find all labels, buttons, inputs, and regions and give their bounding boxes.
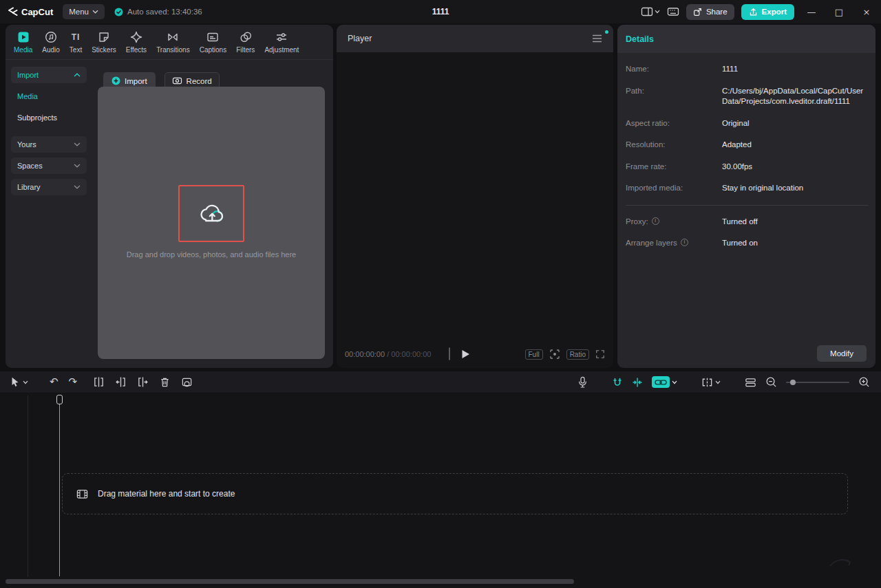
tab-text[interactable]: TI Text [65,30,87,54]
timeline[interactable]: Drag material here and start to create [0,393,881,588]
player-controls: 00:00:00:00 / 00:00:00:00 Full Ratio [337,340,613,368]
capcut-logo-icon [7,6,18,17]
chevron-down-icon [672,380,677,384]
captions-tab-icon [206,30,220,44]
mask-button[interactable] [181,376,193,388]
microphone-icon [577,376,588,388]
sidebar-item-subprojects[interactable]: Subprojects [11,109,87,126]
share-button[interactable]: Share [686,4,734,20]
zoom-in-button[interactable] [858,376,870,388]
detail-row-resolution: Resolution: Adapted [626,140,869,151]
minimize-button[interactable]: — [801,0,822,23]
trim-right-button[interactable] [137,376,149,388]
full-button[interactable]: Full [525,349,543,360]
preview-axis-icon [701,377,713,388]
voiceover-button[interactable] [577,376,588,388]
magnet-snap-toggle[interactable] [612,377,623,388]
tab-filters[interactable]: Filters [231,30,259,54]
undo-button[interactable]: ↶ [50,377,59,387]
chevron-up-icon [74,73,81,77]
project-title: 1111 [432,7,449,17]
dropzone-hint: Drag and drop videos, photos, and audio … [127,250,296,259]
transitions-tab-icon [166,30,180,44]
tab-media[interactable]: Media [9,30,37,54]
fit-button[interactable] [549,349,560,360]
horizontal-scrollbar[interactable] [6,579,574,584]
sidebar-item-import[interactable]: Import [11,67,87,83]
chevron-down-icon [715,380,721,384]
maximize-button[interactable]: □ [829,0,849,23]
tab-adjustment[interactable]: Adjustment [259,30,304,54]
zoom-slider-handle[interactable] [790,380,796,385]
export-button[interactable]: Export [741,4,794,20]
tab-stickers[interactable]: Stickers [87,30,121,54]
fit-viewfinder-icon [549,349,560,360]
autosave-status: Auto saved: 13:40:36 [114,8,202,17]
tab-audio[interactable]: Text Audio [37,30,65,54]
timeline-drop-target[interactable]: Drag material here and start to create [62,473,848,514]
redo-button[interactable]: ↷ [69,377,78,387]
menu-label: Menu [69,8,89,16]
modify-button[interactable]: Modify [817,345,867,362]
chevron-down-icon [92,10,98,14]
details-title: Details [626,34,654,44]
details-divider [626,205,869,206]
track-height-icon [745,377,756,388]
preview-axis-toggle[interactable] [701,377,721,388]
media-tab-icon [17,30,30,44]
stop-button[interactable] [449,348,450,360]
detail-row-aspect-ratio: Aspect ratio: Original [626,118,869,129]
tab-captions[interactable]: Captions [195,30,231,54]
media-content: Import Record [92,61,333,368]
info-icon[interactable]: i [681,239,688,246]
filters-tab-icon [239,30,253,44]
stop-icon [449,347,450,360]
player-panel: Player 00:00:00:00 / 00:00:00:00 Full [337,25,613,368]
workspace-layout-button[interactable] [641,6,660,17]
trim-left-button[interactable] [115,376,127,388]
close-button[interactable]: × [856,0,877,23]
track-height-button[interactable] [745,377,756,388]
total-time: 00:00:00:00 [391,350,431,358]
ratio-button[interactable]: Ratio [566,349,589,360]
track-header-divider [28,395,28,577]
shortcuts-button[interactable] [667,6,679,17]
zoom-out-icon [765,376,777,388]
play-icon [461,349,470,359]
capcut-logo: CapCut [7,6,53,17]
player-title: Player [348,34,372,43]
media-dropzone[interactable]: Drag and drop videos, photos, and audio … [98,87,325,359]
linking-toggle[interactable] [652,376,677,388]
sidebar-item-media[interactable]: Media [11,88,87,105]
trash-icon [159,376,171,388]
sidebar-item-library[interactable]: Library [11,179,87,195]
info-icon[interactable]: i [652,217,659,225]
timeline-empty-hint: Drag material here and start to create [98,489,235,499]
tab-effects[interactable]: Effects [121,30,151,54]
menu-button[interactable]: Menu [63,4,105,19]
plus-circle-icon [112,76,120,85]
keyboard-icon [667,6,679,17]
fullscreen-button[interactable] [595,349,605,359]
select-tool-button[interactable] [10,376,28,388]
check-circle-icon [114,8,123,17]
play-button[interactable] [461,349,470,359]
delete-button[interactable] [159,376,171,388]
timeline-zoom-slider[interactable] [786,378,849,386]
sidebar-item-yours[interactable]: Yours [11,136,87,153]
detail-row-name: Name: 1111 [626,64,869,75]
detail-row-proxy: Proxy: i Turned off [626,217,869,228]
link-icon [652,376,670,388]
auto-snap-toggle[interactable] [632,377,643,388]
playhead-handle[interactable] [56,395,63,404]
player-menu-button[interactable] [592,34,602,43]
tab-transitions[interactable]: Transitions [151,30,195,54]
split-button[interactable] [93,376,105,388]
adjustment-tab-icon [275,30,288,44]
export-label: Export [762,8,787,16]
record-camera-icon [172,76,182,85]
chevron-down-icon [655,10,660,14]
chevron-down-icon [74,142,81,146]
zoom-out-button[interactable] [765,376,777,388]
sidebar-item-spaces[interactable]: Spaces [11,157,87,174]
